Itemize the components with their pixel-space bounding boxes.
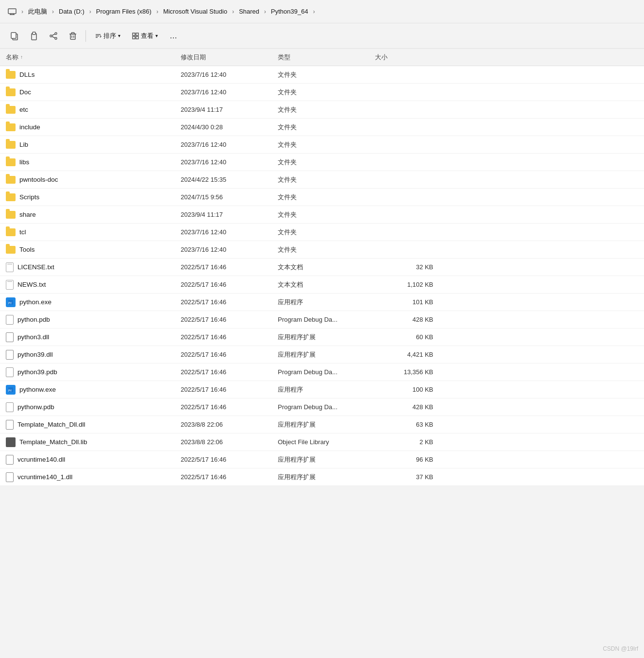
file-name-cell: Tools	[6, 246, 181, 254]
col-header-name[interactable]: 名称 ↑	[6, 53, 181, 62]
dll-icon	[6, 350, 14, 360]
file-name: python39.dll	[17, 351, 53, 358]
breadcrumb-bar: › 此电脑 › Data (D:) › Program Files (x86) …	[0, 0, 644, 23]
table-row[interactable]: include 2024/4/30 0:28 文件夹	[0, 119, 644, 136]
svg-rect-24	[136, 36, 138, 39]
breadcrumb-shared[interactable]: Shared	[237, 7, 261, 16]
file-name: share	[19, 211, 36, 218]
col-header-date[interactable]: 修改日期	[181, 53, 278, 62]
file-name: python3.dll	[17, 333, 49, 341]
file-name: include	[19, 123, 40, 131]
file-size-cell: 96 KB	[375, 456, 433, 463]
breadcrumb-monitor-icon[interactable]	[6, 7, 18, 16]
share-button[interactable]	[45, 27, 62, 45]
table-row[interactable]: Lib 2023/7/16 12:40 文件夹	[0, 136, 644, 154]
delete-button[interactable]	[64, 27, 82, 45]
table-row[interactable]: libs 2023/7/16 12:40 文件夹	[0, 154, 644, 171]
file-name-cell: Template_Match_Dll.lib	[6, 437, 181, 447]
toolbar: 排序 ▾ 查看 ▾ ...	[0, 23, 644, 49]
col-header-size[interactable]: 大小	[375, 53, 433, 62]
table-row[interactable]: python39.pdb 2022/5/17 16:46 Program Deb…	[0, 364, 644, 381]
table-row[interactable]: NEWS.txt 2022/5/17 16:46 文本文档 1,102 KB	[0, 276, 644, 294]
table-row[interactable]: PY python.exe 2022/5/17 16:46 应用程序 101 K…	[0, 294, 644, 311]
file-size-cell: 1,102 KB	[375, 281, 433, 288]
file-name: vcruntime140.dll	[17, 456, 65, 463]
file-name-cell: NEWS.txt	[6, 280, 181, 290]
file-name-cell: Template_Match_Dll.dll	[6, 420, 181, 430]
table-row[interactable]: LICENSE.txt 2022/5/17 16:46 文本文档 32 KB	[0, 259, 644, 276]
file-size-cell: 428 KB	[375, 403, 433, 411]
file-type-cell: 应用程序扩展	[278, 420, 375, 429]
file-type-cell: 文本文档	[278, 263, 375, 272]
exe-icon: PY	[6, 385, 16, 395]
table-row[interactable]: pythonw.pdb 2022/5/17 16:46 Program Debu…	[0, 398, 644, 416]
more-button[interactable]: ...	[165, 27, 182, 45]
file-date-cell: 2023/7/16 12:40	[181, 158, 278, 166]
table-row[interactable]: DLLs 2023/7/16 12:40 文件夹	[0, 66, 644, 84]
file-type-cell: 文件夹	[278, 210, 375, 219]
folder-icon	[6, 106, 16, 114]
svg-text:PY: PY	[8, 301, 12, 305]
svg-rect-17	[71, 33, 74, 34]
svg-point-9	[55, 37, 57, 39]
table-row[interactable]: PY pythonw.exe 2022/5/17 16:46 应用程序 100 …	[0, 381, 644, 398]
file-date-cell: 2023/9/4 11:17	[181, 211, 278, 218]
file-date-cell: 2022/5/17 16:46	[181, 263, 278, 271]
file-size-cell: 100 KB	[375, 386, 433, 393]
breadcrumb-vs[interactable]: Microsoft Visual Studio	[161, 7, 229, 16]
folder-icon	[6, 193, 16, 201]
table-row[interactable]: Doc 2023/7/16 12:40 文件夹	[0, 84, 644, 101]
file-list: DLLs 2023/7/16 12:40 文件夹 Doc 2023/7/16 1…	[0, 66, 644, 486]
table-row[interactable]: Tools 2023/7/16 12:40 文件夹	[0, 241, 644, 259]
file-type-cell: 文件夹	[278, 123, 375, 132]
breadcrumb-python39-64[interactable]: Python39_64	[269, 7, 310, 16]
file-name-cell: tcl	[6, 228, 181, 236]
breadcrumb-data-d[interactable]: Data (D:)	[57, 7, 86, 16]
file-type-cell: 应用程序扩展	[278, 473, 375, 482]
file-size-cell: 428 KB	[375, 316, 433, 323]
file-date-cell: 2023/8/8 22:06	[181, 421, 278, 428]
breadcrumb-sep-0: ›	[21, 8, 23, 15]
table-row[interactable]: Scripts 2024/7/15 9:56 文件夹	[0, 189, 644, 206]
breadcrumb-sep-1: ›	[52, 8, 54, 15]
table-row[interactable]: share 2023/9/4 11:17 文件夹	[0, 206, 644, 224]
file-name-cell: include	[6, 123, 181, 131]
svg-rect-7	[33, 32, 35, 35]
table-row[interactable]: Template_Match_Dll.lib 2023/8/8 22:06 Ob…	[0, 433, 644, 451]
col-header-type[interactable]: 类型	[278, 53, 375, 62]
file-name: DLLs	[19, 71, 35, 78]
table-row[interactable]: vcruntime140.dll 2022/5/17 16:46 应用程序扩展 …	[0, 451, 644, 468]
table-row[interactable]: vcruntime140_1.dll 2022/5/17 16:46 应用程序扩…	[0, 468, 644, 486]
file-name-cell: PY pythonw.exe	[6, 385, 181, 395]
file-name-cell: Scripts	[6, 193, 181, 201]
table-row[interactable]: pwntools-doc 2024/4/22 15:35 文件夹	[0, 171, 644, 189]
table-row[interactable]: Template_Match_Dll.dll 2023/8/8 22:06 应用…	[0, 416, 644, 433]
file-type-cell: 应用程序扩展	[278, 333, 375, 342]
paste-button[interactable]	[25, 27, 43, 45]
file-name: Scripts	[19, 193, 39, 201]
copy-button[interactable]	[6, 27, 23, 45]
more-label: ...	[169, 31, 177, 41]
file-date-cell: 2023/9/4 11:17	[181, 106, 278, 113]
breadcrumb-sep-6: ›	[313, 8, 315, 15]
file-date-cell: 2022/5/17 16:46	[181, 403, 278, 411]
file-name-cell: Lib	[6, 141, 181, 149]
file-date-cell: 2022/5/17 16:46	[181, 456, 278, 463]
sort-button[interactable]: 排序 ▾	[90, 30, 125, 42]
table-row[interactable]: python3.dll 2022/5/17 16:46 应用程序扩展 60 KB	[0, 329, 644, 346]
table-row[interactable]: etc 2023/9/4 11:17 文件夹	[0, 101, 644, 119]
file-name: LICENSE.txt	[17, 263, 54, 271]
table-row[interactable]: python39.dll 2022/5/17 16:46 应用程序扩展 4,42…	[0, 346, 644, 364]
file-name: python39.pdb	[17, 368, 57, 376]
table-row[interactable]: tcl 2023/7/16 12:40 文件夹	[0, 224, 644, 241]
dll-icon	[6, 420, 14, 430]
file-type-cell: 文本文档	[278, 280, 375, 289]
breadcrumb-program-files[interactable]: Program Files (x86)	[94, 7, 153, 16]
view-button[interactable]: 查看 ▾	[127, 30, 163, 42]
breadcrumb-my-computer[interactable]: 此电脑	[26, 6, 49, 17]
table-row[interactable]: python.pdb 2022/5/17 16:46 Program Debug…	[0, 311, 644, 329]
file-name-cell: python.pdb	[6, 315, 181, 325]
file-name-cell: LICENSE.txt	[6, 262, 181, 272]
file-date-cell: 2022/5/17 16:46	[181, 333, 278, 341]
file-type-cell: 文件夹	[278, 105, 375, 114]
